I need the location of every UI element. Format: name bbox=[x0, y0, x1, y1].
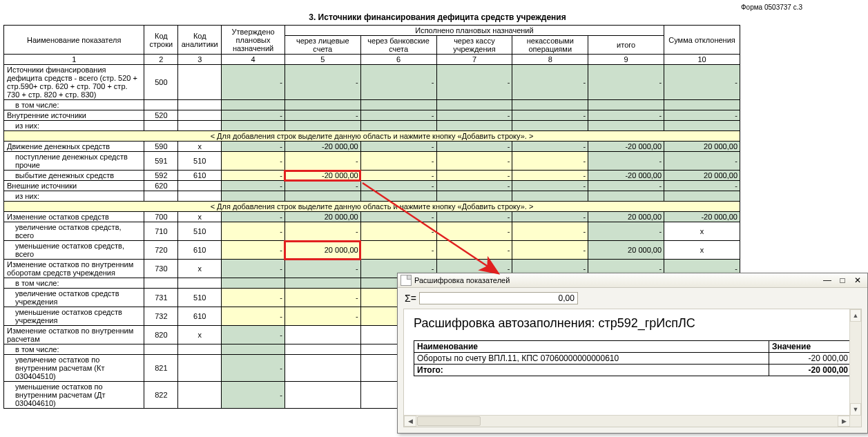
sigma-label: Σ= bbox=[405, 293, 416, 304]
cell-itogo bbox=[588, 121, 664, 131]
scroll-right-icon[interactable]: ▶ bbox=[838, 416, 850, 427]
cell-nekass[interactable]: - bbox=[512, 152, 588, 171]
cell-bank[interactable]: - bbox=[360, 152, 436, 171]
cell-lic[interactable]: - bbox=[284, 152, 360, 171]
cell-kassa[interactable]: - bbox=[436, 222, 512, 241]
row-analytic bbox=[178, 65, 222, 100]
cell-dev: - bbox=[664, 152, 740, 171]
minimize-button[interactable]: — bbox=[820, 275, 834, 286]
cell-itogo: - bbox=[588, 65, 664, 100]
cell-nekass[interactable]: - bbox=[512, 222, 588, 241]
cell-lic: - bbox=[284, 181, 360, 191]
vertical-scrollbar[interactable]: ▲ ▼ bbox=[849, 309, 861, 416]
section-title: 3. Источники финансирования дефицита сре… bbox=[3, 12, 868, 25]
row-code bbox=[144, 191, 178, 202]
cell-lic[interactable]: 20 000,00 bbox=[284, 241, 360, 260]
scroll-down-icon[interactable]: ▼ bbox=[850, 403, 861, 416]
cell-dev bbox=[664, 100, 740, 110]
cell-kassa[interactable]: - bbox=[436, 171, 512, 181]
row-code bbox=[144, 344, 178, 355]
cell-kassa bbox=[436, 100, 512, 110]
cell-kassa[interactable]: - bbox=[436, 152, 512, 171]
scroll-thumb[interactable] bbox=[417, 416, 481, 426]
cell-bank: - bbox=[360, 212, 436, 222]
row-analytic: 510 bbox=[178, 152, 222, 171]
row-name: Изменение остатков по внутренним оборота… bbox=[4, 260, 144, 278]
table-row: выбытие денежных средств592610--20 000,0… bbox=[4, 171, 740, 181]
cell-appr: - bbox=[222, 260, 285, 278]
row-code: 710 bbox=[144, 222, 178, 241]
scroll-up-icon[interactable]: ▲ bbox=[850, 309, 861, 322]
row-name: увеличение остатков средств учреждения bbox=[4, 289, 144, 307]
th-exec: Исполнено плановых назначений bbox=[284, 26, 664, 36]
row-code: 590 bbox=[144, 142, 178, 152]
row-name: Движение денежных средств bbox=[4, 142, 144, 152]
cell-dev: -20 000,00 bbox=[664, 212, 740, 222]
table-row: из них: bbox=[4, 121, 740, 131]
cell-nekass: - bbox=[512, 212, 588, 222]
cell-lic: - bbox=[284, 65, 360, 100]
cell-kassa: - bbox=[436, 65, 512, 100]
detail-popup: Расшифровка показателей — □ ✕ Σ= Расшифр… bbox=[397, 273, 868, 434]
cell-appr: - bbox=[222, 355, 285, 382]
cell-nekass[interactable]: - bbox=[512, 171, 588, 181]
detail-total-row: Итого: -20 000,00 bbox=[414, 365, 851, 376]
cell-appr[interactable]: - bbox=[222, 307, 285, 326]
scroll-left-icon[interactable]: ◀ bbox=[404, 416, 416, 427]
row-name: увеличение остатков средств, всего bbox=[4, 222, 144, 241]
cell-lic: 20 000,00 bbox=[284, 212, 360, 222]
cell-appr[interactable]: - bbox=[222, 241, 285, 260]
table-row: из них: bbox=[4, 191, 740, 202]
row-analytic bbox=[178, 191, 222, 202]
cell-appr[interactable]: - bbox=[222, 171, 285, 181]
cell-kassa: - bbox=[436, 181, 512, 191]
row-code: 821 bbox=[144, 355, 178, 382]
cell-bank[interactable]: - bbox=[360, 171, 436, 181]
detail-th-val: Значение bbox=[769, 341, 851, 353]
cell-appr bbox=[222, 278, 285, 289]
cell-lic[interactable]: - bbox=[284, 289, 360, 307]
cell-kassa: - bbox=[436, 212, 512, 222]
close-button[interactable]: ✕ bbox=[851, 275, 865, 286]
cell-appr[interactable]: - bbox=[222, 222, 285, 241]
row-code bbox=[144, 121, 178, 131]
colnum: 9 bbox=[588, 55, 664, 65]
row-name: уменьшение остатков по внутренним расчет… bbox=[4, 382, 144, 409]
cell-lic[interactable]: - bbox=[284, 307, 360, 326]
cell-appr[interactable]: - bbox=[222, 152, 285, 171]
colnum: 2 bbox=[144, 55, 178, 65]
detail-table: Наименование Значение Обороты по счету В… bbox=[414, 340, 851, 376]
add-row-banner[interactable]: < Для добавления строк выделите данную о… bbox=[4, 202, 740, 212]
maximize-button[interactable]: □ bbox=[836, 275, 849, 286]
cell-lic[interactable]: - bbox=[284, 222, 360, 241]
table-row: Движение денежных средств590x--20 000,00… bbox=[4, 142, 740, 152]
cell-lic bbox=[284, 382, 360, 409]
row-code: 700 bbox=[144, 212, 178, 222]
document-icon bbox=[401, 275, 412, 286]
cell-appr bbox=[222, 191, 285, 202]
cell-nekass[interactable]: - bbox=[512, 241, 588, 260]
cell-itogo: - bbox=[588, 181, 664, 191]
popup-title: Расшифровка показателей bbox=[414, 276, 510, 284]
th-name: Наименование показателя bbox=[4, 26, 144, 55]
cell-appr[interactable]: - bbox=[222, 289, 285, 307]
horizontal-scrollbar[interactable]: ◀ ▶ bbox=[404, 415, 850, 427]
cell-lic[interactable]: -20 000,00 bbox=[284, 171, 360, 181]
cell-lic: -20 000,00 bbox=[284, 142, 360, 152]
row-analytic bbox=[178, 100, 222, 110]
add-row-banner[interactable]: < Для добавления строк выделите данную о… bbox=[4, 131, 740, 142]
cell-bank[interactable]: - bbox=[360, 241, 436, 260]
cell-bank[interactable]: - bbox=[360, 222, 436, 241]
colnum: 3 bbox=[178, 55, 222, 65]
th-dev: Сумма отклонения bbox=[664, 26, 740, 55]
cell-kassa[interactable]: - bbox=[436, 241, 512, 260]
row-analytic: 610 bbox=[178, 241, 222, 260]
popup-titlebar[interactable]: Расшифровка показателей — □ ✕ bbox=[398, 273, 867, 288]
sigma-input[interactable] bbox=[419, 292, 578, 304]
popup-heading: Расшифровка автозаполнения: стр592_грИсп… bbox=[414, 316, 851, 331]
row-analytic bbox=[178, 181, 222, 191]
row-analytic: 510 bbox=[178, 222, 222, 241]
row-name: увеличение остатков по внутренним расчет… bbox=[4, 355, 144, 382]
cell-dev bbox=[664, 191, 740, 202]
row-analytic: x bbox=[178, 142, 222, 152]
